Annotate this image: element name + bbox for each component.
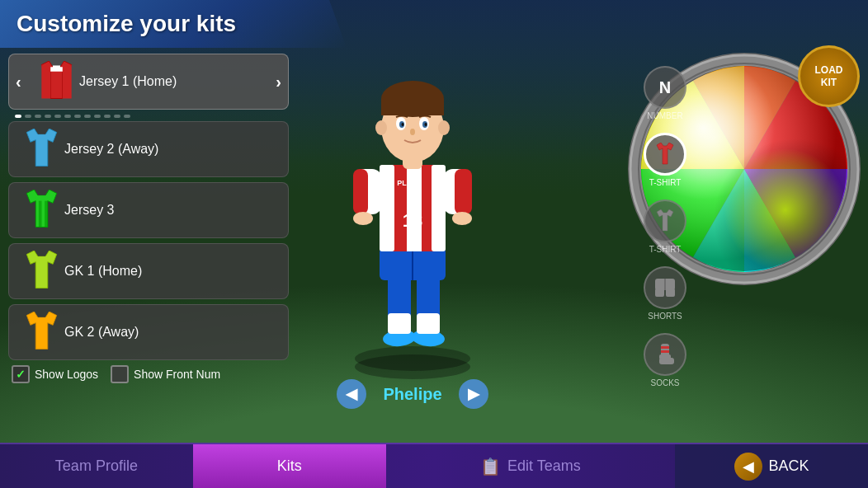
- jersey-name-1: Jersey 1 (Home): [79, 74, 177, 89]
- jersey-icon-1: [34, 61, 79, 102]
- tshirt2-icon[interactable]: [644, 199, 686, 242]
- jersey-item-4[interactable]: GK 1 (Home): [8, 243, 289, 299]
- shorts-label: SHORTS: [648, 312, 682, 321]
- svg-rect-57: [659, 358, 674, 364]
- svg-point-46: [410, 129, 415, 135]
- tab-team-profile[interactable]: Team Profile: [0, 444, 193, 488]
- next-player-btn[interactable]: ▶: [459, 379, 488, 409]
- load-kit-label: LOADKIT: [815, 64, 843, 88]
- svg-point-48: [438, 120, 450, 135]
- svg-rect-8: [35, 195, 48, 199]
- prev-jersey-arrow[interactable]: ‹: [16, 73, 21, 92]
- dot-12: [124, 115, 130, 118]
- show-logos-checkbox[interactable]: Show Logos: [12, 365, 98, 383]
- show-front-num-label: Show Front Num: [134, 368, 220, 381]
- jersey-item-3[interactable]: Jersey 3: [8, 182, 289, 238]
- svg-marker-7: [26, 190, 56, 227]
- svg-rect-54: [666, 289, 675, 297]
- show-logos-label: Show Logos: [35, 368, 98, 381]
- number-label: NUMBER: [647, 111, 682, 120]
- svg-point-32: [353, 212, 373, 225]
- number-icon[interactable]: N: [644, 66, 686, 109]
- tshirt1-icon[interactable]: [644, 133, 686, 176]
- svg-marker-11: [26, 251, 56, 288]
- prev-player-btn[interactable]: ◀: [337, 379, 366, 409]
- jersey-name-4: GK 1 (Home): [64, 264, 142, 279]
- svg-point-44: [402, 123, 404, 126]
- jersey-item-2[interactable]: Jersey 2 (Away): [8, 121, 289, 177]
- show-front-num-checkbox[interactable]: Show Front Num: [111, 365, 220, 383]
- svg-marker-50: [657, 209, 673, 231]
- svg-rect-53: [655, 289, 664, 297]
- dot-2: [25, 115, 31, 118]
- jersey-name-2: Jersey 2 (Away): [64, 142, 158, 157]
- kit-option-socks[interactable]: SOCKS: [644, 333, 686, 387]
- svg-text:18: 18: [403, 210, 422, 231]
- show-logos-box[interactable]: [12, 365, 30, 383]
- socks-label: SOCKS: [650, 378, 679, 387]
- kit-option-number[interactable]: N NUMBER: [644, 66, 686, 120]
- shorts-icon[interactable]: [644, 266, 686, 309]
- svg-rect-31: [455, 169, 472, 214]
- checkboxes-row: Show Logos Show Front Num: [8, 365, 289, 383]
- player-name: Phelipe: [383, 385, 441, 404]
- socks-icon[interactable]: [644, 333, 686, 376]
- tshirt1-label: T-SHIRT: [649, 178, 682, 187]
- svg-rect-20: [388, 313, 411, 334]
- player-shadow: [355, 354, 470, 379]
- dot-6: [64, 115, 71, 118]
- svg-text:PLS: PLS: [397, 179, 412, 187]
- dot-7: [74, 115, 81, 118]
- kit-option-tshirt2[interactable]: T-SHIRT: [644, 199, 686, 254]
- show-front-num-box[interactable]: [111, 365, 129, 383]
- tab-back[interactable]: ◀ BACK: [675, 444, 868, 488]
- tshirt2-label: T-SHIRT: [649, 245, 682, 254]
- kit-option-shorts[interactable]: SHORTS: [644, 266, 686, 321]
- jersey-icon-5: [19, 312, 64, 353]
- tab-kits[interactable]: Kits: [193, 444, 386, 488]
- tab-back-label: BACK: [769, 458, 809, 475]
- jersey-icon-4: [19, 251, 64, 292]
- svg-rect-59: [661, 350, 669, 353]
- dot-9: [94, 115, 101, 118]
- dot-4: [45, 115, 51, 118]
- svg-point-33: [452, 212, 472, 225]
- svg-rect-6: [35, 134, 48, 138]
- dot-3: [35, 115, 41, 118]
- load-kit-button[interactable]: LOADKIT: [798, 45, 860, 107]
- bottom-nav: Team Profile Kits 📋 Edit Teams ◀ BACK: [0, 443, 868, 488]
- svg-point-47: [375, 120, 387, 135]
- tab-edit-teams-label: Edit Teams: [507, 458, 581, 475]
- jersey-name-5: GK 2 (Away): [64, 325, 139, 340]
- svg-rect-39: [381, 99, 444, 115]
- svg-marker-5: [26, 129, 56, 166]
- dot-1: [15, 115, 21, 118]
- svg-marker-13: [26, 312, 56, 349]
- svg-rect-30: [353, 169, 368, 214]
- dot-11: [114, 115, 120, 118]
- svg-point-45: [425, 123, 427, 126]
- edit-icon: 📋: [480, 457, 501, 476]
- tab-kits-label: Kits: [277, 458, 302, 475]
- player-area: 18 PLS: [272, 41, 553, 437]
- svg-rect-4: [50, 67, 63, 71]
- tab-team-profile-label: Team Profile: [55, 458, 138, 475]
- jersey-icon-3: [19, 190, 64, 231]
- svg-rect-12: [35, 256, 48, 260]
- svg-rect-21: [417, 313, 440, 334]
- jersey-list: ‹ Jersey 1 (Home) › Jersey 2 (Away): [8, 54, 289, 383]
- tab-edit-teams[interactable]: 📋 Edit Teams: [386, 444, 676, 488]
- jersey-item-1[interactable]: ‹ Jersey 1 (Home) ›: [8, 54, 289, 110]
- svg-rect-26: [407, 165, 422, 251]
- player-svg: 18 PLS: [297, 49, 528, 371]
- kit-option-tshirt1[interactable]: T-SHIRT: [644, 133, 686, 187]
- svg-rect-9: [39, 201, 42, 228]
- dot-8: [84, 115, 91, 118]
- player-name-row: ◀ Phelipe ▶: [337, 379, 488, 409]
- page-title: Customize your kits: [17, 11, 236, 37]
- dot-5: [54, 115, 61, 118]
- jersey-item-5[interactable]: GK 2 (Away): [8, 304, 289, 360]
- player-figure: 18 PLS: [297, 49, 528, 371]
- kit-options: N NUMBER T-SHIRT T-SHIRT SHORTS: [644, 66, 686, 387]
- svg-rect-14: [35, 317, 48, 321]
